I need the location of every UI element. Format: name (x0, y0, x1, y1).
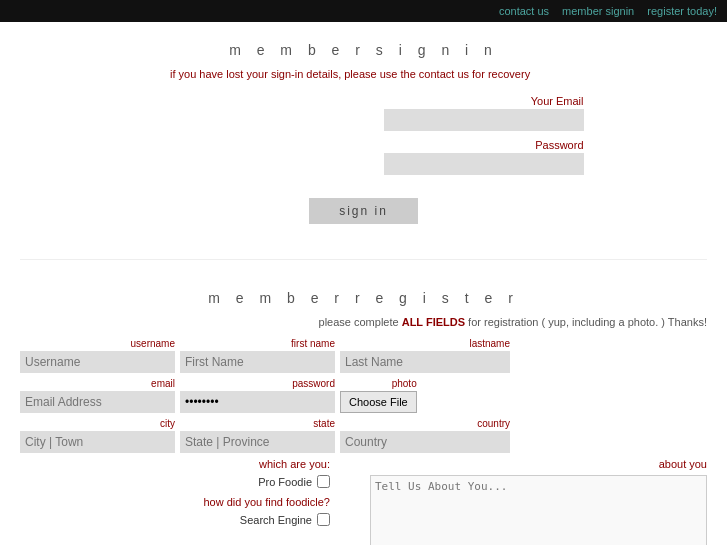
signin-button[interactable]: sign in (309, 198, 418, 224)
password-label: Password (384, 139, 584, 151)
reg-row-2: email password photo Choose File (20, 378, 707, 413)
signin-title: m e m b e r s i g n i n (20, 22, 707, 68)
about-you-label: about you (370, 458, 707, 470)
search-engine-label: Search Engine (240, 514, 312, 526)
search-engine-row: Search Engine (20, 513, 330, 526)
city-label: city (20, 418, 175, 429)
about-you-section: about you (330, 458, 707, 545)
top-navigation-bar: contact us member signin register today! (0, 0, 727, 22)
register-note-bold: ALL FIELDS (402, 316, 465, 328)
firstname-input[interactable] (180, 351, 335, 373)
reg-email-input[interactable] (20, 391, 175, 413)
reg-email-label: email (20, 378, 175, 389)
country-cell: country (340, 418, 510, 453)
reg-row-3: city state country (20, 418, 707, 453)
username-cell: username (20, 338, 175, 373)
register-section: m e m b e r r e g i s t e r please compl… (20, 259, 707, 545)
photo-label: photo (392, 378, 417, 389)
username-label: username (20, 338, 175, 349)
state-input[interactable] (180, 431, 335, 453)
bottom-row: which are you: Pro Foodie how did you fi… (20, 458, 707, 545)
reg-row-1: username first name lastname (20, 338, 707, 373)
signin-fields: Your Email Password (244, 95, 584, 183)
state-cell: state (180, 418, 335, 453)
pro-foodie-label: Pro Foodie (258, 476, 312, 488)
register-title: m e m b e r r e g i s t e r (20, 270, 707, 316)
register-note-suffix: for registration ( yup, including a phot… (465, 316, 707, 328)
lastname-cell: lastname (340, 338, 510, 373)
country-input[interactable] (340, 431, 510, 453)
email-cell: email (20, 378, 175, 413)
city-cell: city (20, 418, 175, 453)
reg-password-label: password (180, 378, 335, 389)
password-input[interactable] (384, 153, 584, 175)
register-note-prefix: please complete (319, 316, 402, 328)
how-find-title: how did you find foodicle? (20, 496, 330, 508)
signin-info-text: if you have lost your sign-in details, p… (20, 68, 707, 90)
which-are-you-title: which are you: (20, 458, 330, 470)
which-are-you-section: which are you: Pro Foodie how did you fi… (20, 458, 330, 545)
signin-button-container: sign in (20, 183, 707, 239)
lastname-label: lastname (340, 338, 510, 349)
email-label: Your Email (384, 95, 584, 107)
lastname-input[interactable] (340, 351, 510, 373)
register-note: please complete ALL FIELDS for registrat… (20, 316, 707, 328)
firstname-label: first name (180, 338, 335, 349)
signin-section: m e m b e r s i g n i n if you have lost… (20, 22, 707, 239)
choose-file-button[interactable]: Choose File (340, 391, 417, 413)
pro-foodie-row: Pro Foodie (20, 475, 330, 488)
state-label: state (180, 418, 335, 429)
email-input[interactable] (384, 109, 584, 131)
register-link[interactable]: register today! (647, 5, 717, 17)
password-cell: password (180, 378, 335, 413)
main-content: m e m b e r s i g n i n if you have lost… (0, 22, 727, 545)
reg-password-input[interactable] (180, 391, 335, 413)
username-input[interactable] (20, 351, 175, 373)
member-signin-link[interactable]: member signin (562, 5, 634, 17)
pro-foodie-checkbox[interactable] (317, 475, 330, 488)
search-engine-checkbox[interactable] (317, 513, 330, 526)
contact-us-link[interactable]: contact us (499, 5, 549, 17)
firstname-cell: first name (180, 338, 335, 373)
about-you-textarea[interactable] (370, 475, 707, 545)
country-label: country (340, 418, 510, 429)
signin-form: Your Email Password (120, 95, 707, 183)
city-input[interactable] (20, 431, 175, 453)
photo-cell: photo Choose File (340, 378, 417, 413)
